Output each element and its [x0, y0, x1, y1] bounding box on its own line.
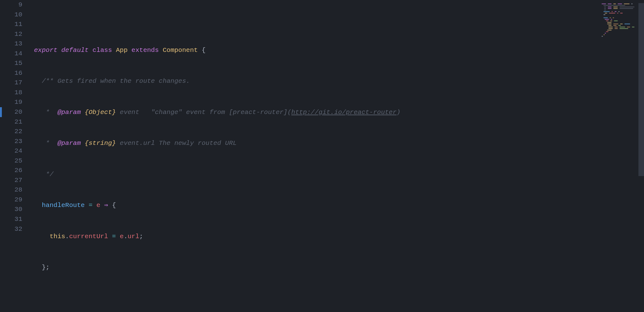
indent	[34, 171, 46, 178]
line-number[interactable]: 26	[0, 166, 31, 175]
line-number[interactable]: 17	[0, 78, 31, 88]
minimap-line	[602, 8, 636, 9]
code-editor[interactable]: 9 10 11 12 13 14 15 16 17 18 19 20 21 22…	[0, 0, 644, 312]
code-line[interactable]: * @param {string} event.url The newly ro…	[34, 138, 599, 148]
brace: {	[202, 47, 206, 54]
jsdoc-link[interactable]: http://git.io/preact-router	[291, 109, 397, 116]
line-number[interactable]: 20	[0, 107, 31, 117]
property: currentUrl	[69, 233, 108, 240]
jsdoc-name: event	[120, 109, 139, 116]
jsdoc-type: {string}	[85, 140, 116, 147]
line-number-gutter[interactable]: 9 10 11 12 13 14 15 16 17 18 19 20 21 22…	[0, 0, 31, 312]
code-line[interactable]: handleRoute = e ⇒ {	[34, 200, 599, 210]
minimap[interactable]	[602, 2, 636, 39]
code-line[interactable]	[34, 294, 599, 304]
equals: =	[85, 202, 97, 209]
padding	[139, 109, 151, 116]
minimap-line	[602, 22, 636, 23]
minimap-line	[602, 10, 636, 11]
minimap-line	[602, 17, 636, 18]
indent	[34, 264, 42, 271]
equals: =	[108, 233, 120, 240]
jsdoc-close: */	[46, 171, 54, 178]
semicolon: ;	[139, 233, 143, 240]
minimap-line	[602, 5, 636, 6]
minimap-line	[602, 23, 636, 24]
line-number[interactable]: 15	[0, 58, 31, 68]
dot: .	[65, 233, 69, 240]
line-number[interactable]: 13	[0, 39, 31, 49]
minimap-line	[602, 36, 636, 37]
line-number[interactable]: 25	[0, 156, 31, 166]
minimap-line	[602, 28, 636, 29]
current-line-marker	[0, 107, 2, 117]
minimap-line	[602, 2, 636, 3]
minimap-line	[602, 19, 636, 20]
line-number[interactable]: 23	[0, 137, 31, 146]
code-line[interactable]: export default class App extends Compone…	[34, 45, 599, 55]
line-number[interactable]: 22	[0, 127, 31, 137]
jsdoc-desc: "change" event from [preact-router](	[151, 109, 291, 116]
brace: };	[42, 264, 49, 271]
minimap-line	[602, 6, 636, 7]
minimap-line	[602, 25, 636, 26]
param: e	[97, 202, 101, 209]
line-number[interactable]: 31	[0, 214, 31, 224]
line-number[interactable]: 32	[0, 224, 31, 234]
line-number[interactable]: 27	[0, 175, 31, 185]
minimap-line	[602, 13, 636, 14]
code-line[interactable]: */	[34, 170, 599, 179]
indent	[34, 202, 42, 209]
minimap-line	[602, 16, 636, 17]
jsdoc-tag: @param	[58, 140, 81, 147]
brace: {	[112, 202, 116, 209]
indent	[34, 109, 46, 116]
variable: e	[120, 233, 124, 240]
arrow: ⇒	[100, 202, 112, 209]
minimap-line	[602, 11, 636, 12]
minimap-line	[602, 33, 636, 34]
line-number[interactable]: 21	[0, 117, 31, 127]
superclass-name: Component	[163, 47, 198, 54]
minimap-panel[interactable]	[599, 0, 644, 312]
line-number[interactable]: 19	[0, 97, 31, 107]
line-number[interactable]: 11	[0, 19, 31, 29]
line-number[interactable]: 10	[0, 10, 31, 20]
indent	[34, 140, 46, 147]
line-number[interactable]: 24	[0, 146, 31, 156]
line-number[interactable]: 29	[0, 195, 31, 205]
code-area[interactable]: export default class App extends Compone…	[31, 0, 599, 312]
minimap-line	[602, 31, 636, 32]
class-name: App	[116, 47, 128, 54]
line-number[interactable]: 18	[0, 88, 31, 98]
line-number[interactable]: 16	[0, 68, 31, 78]
indent	[34, 233, 49, 240]
minimap-line	[602, 20, 636, 21]
keyword-extends: extends	[131, 47, 159, 54]
jsdoc-open: /**	[42, 78, 57, 85]
code-line[interactable]: /** Gets fired when the route changes.	[34, 76, 599, 86]
vertical-scrollbar[interactable]	[638, 0, 644, 312]
line-number[interactable]: 12	[0, 29, 31, 39]
code-line[interactable]	[34, 14, 599, 24]
scrollbar-thumb[interactable]	[638, 3, 644, 176]
keyword-class: class	[92, 47, 112, 54]
jsdoc-star: *	[46, 109, 58, 116]
code-line[interactable]: this.currentUrl = e.url;	[34, 232, 599, 242]
minimap-line	[602, 37, 636, 38]
line-number[interactable]: 30	[0, 204, 31, 214]
minimap-line	[602, 3, 636, 4]
indent	[34, 78, 42, 85]
jsdoc-star: *	[46, 140, 58, 147]
line-number[interactable]: 9	[0, 0, 31, 10]
property: url	[128, 233, 140, 240]
line-number[interactable]: 28	[0, 185, 31, 195]
jsdoc-tag: @param	[58, 109, 81, 116]
jsdoc-text: Gets fired when the route changes.	[58, 78, 190, 85]
minimap-line	[602, 27, 636, 27]
code-line[interactable]: * @param {Object} event "change" event f…	[34, 108, 599, 117]
line-number[interactable]: 14	[0, 49, 31, 59]
minimap-line	[602, 14, 636, 15]
code-line[interactable]: };	[34, 263, 599, 272]
minimap-line	[602, 30, 636, 31]
